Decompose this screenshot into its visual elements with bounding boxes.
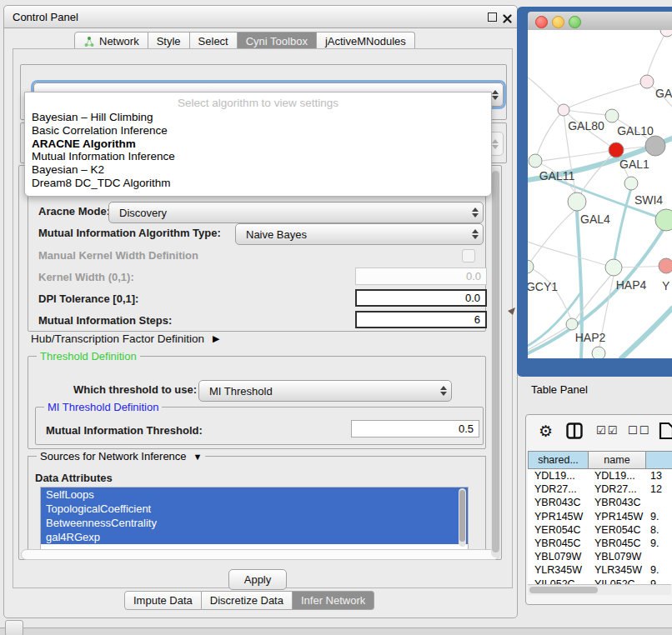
table-cell[interactable]: YBL079W bbox=[528, 551, 588, 562]
kernel-width-field[interactable]: 0.0 bbox=[355, 268, 487, 285]
network-node-gal11[interactable] bbox=[529, 154, 542, 168]
network-edge[interactable] bbox=[579, 150, 616, 196]
table-cell[interactable]: YIL052C bbox=[528, 578, 588, 584]
table-row[interactable]: YLR345WYLR345W9. bbox=[528, 563, 672, 577]
control-panel-titlebar[interactable]: Control Panel bbox=[4, 6, 517, 28]
network-edge[interactable] bbox=[528, 242, 605, 265]
network-edge[interactable] bbox=[647, 30, 667, 77]
manual-kernel-checkbox[interactable] bbox=[462, 249, 475, 262]
network-edge[interactable] bbox=[528, 78, 564, 111]
table-cell[interactable]: YPR145W bbox=[588, 511, 645, 522]
table-cell[interactable]: YBR043C bbox=[528, 497, 588, 508]
algorithm-option[interactable]: Bayesian – Hill Climbing bbox=[25, 111, 491, 124]
horizontal-scrollbar[interactable] bbox=[21, 549, 499, 560]
network-node-hap4[interactable] bbox=[605, 259, 622, 276]
aracne-mode-select[interactable]: Discovery bbox=[108, 202, 484, 223]
algorithm-option[interactable]: Bayesian – K2 bbox=[25, 163, 491, 177]
close-traffic-icon[interactable] bbox=[535, 16, 548, 28]
table-row[interactable]: YBR045CYBR045C9. bbox=[528, 537, 672, 550]
apply-button[interactable]: Apply bbox=[228, 569, 287, 590]
which-threshold-select[interactable]: MI Threshold bbox=[198, 380, 452, 402]
network-node-y[interactable] bbox=[659, 258, 672, 273]
table-cell[interactable]: YBR045C bbox=[588, 538, 645, 549]
network-node-gal80[interactable] bbox=[558, 104, 569, 116]
select-all-columns-icon[interactable]: ☑☑ bbox=[596, 424, 619, 437]
network-node-gal4[interactable] bbox=[568, 192, 586, 211]
dpi-tolerance-field[interactable]: 0.0 bbox=[355, 289, 487, 307]
columns-icon[interactable] bbox=[566, 422, 583, 439]
network-edge[interactable] bbox=[528, 210, 575, 267]
mi-steps-field[interactable]: 6 bbox=[355, 311, 487, 328]
mi-threshold-field[interactable]: 0.5 bbox=[351, 420, 479, 438]
table-cell[interactable]: 9. bbox=[645, 564, 672, 576]
table-cell[interactable]: 9. bbox=[645, 511, 672, 522]
table-row[interactable]: YER054CYER054C8. bbox=[528, 523, 672, 537]
minimize-traffic-icon[interactable] bbox=[552, 16, 564, 28]
network-node[interactable] bbox=[655, 209, 672, 231]
table-cell[interactable]: 9. bbox=[645, 578, 672, 584]
unselect-all-columns-icon[interactable]: ☐☐ bbox=[628, 424, 650, 437]
network-node-hap2[interactable] bbox=[566, 318, 578, 330]
close-icon[interactable] bbox=[503, 12, 512, 27]
table-row[interactable]: YIL052CYIL052C9. bbox=[528, 578, 672, 585]
table-cell[interactable]: YIL052C bbox=[588, 578, 645, 584]
network-edge[interactable] bbox=[535, 110, 564, 161]
network-edge[interactable] bbox=[621, 308, 672, 358]
table-horizontal-scrollbar[interactable] bbox=[528, 584, 671, 595]
network-node-gal10[interactable] bbox=[605, 109, 619, 122]
tab-discretize-data[interactable]: Discretize Data bbox=[202, 591, 293, 610]
table-row[interactable]: YDR27...YDR27...12 bbox=[528, 482, 672, 496]
document-icon[interactable] bbox=[659, 422, 672, 440]
table-cell[interactable]: YDL19... bbox=[528, 470, 588, 482]
table-cell[interactable]: 9. bbox=[645, 538, 672, 549]
restore-panel-button[interactable] bbox=[5, 620, 23, 635]
table-row[interactable]: YDL19...YDL19...13 bbox=[528, 469, 672, 482]
table-cell[interactable]: YBR045C bbox=[528, 538, 588, 549]
network-edge[interactable] bbox=[614, 188, 631, 260]
table-cell[interactable]: YBL079W bbox=[588, 551, 645, 562]
zoom-traffic-icon[interactable] bbox=[569, 16, 581, 28]
list-scrollbar[interactable] bbox=[459, 488, 466, 547]
table-row[interactable]: YPR145WYPR145W9. bbox=[528, 510, 672, 523]
algorithm-option[interactable]: Basic Correlation Inference bbox=[25, 124, 491, 138]
column-header-clipped[interactable] bbox=[646, 451, 672, 469]
table-cell[interactable]: YER054C bbox=[588, 524, 645, 536]
table-cell[interactable]: 13 bbox=[645, 470, 672, 482]
column-header-shared-name[interactable]: shared... bbox=[528, 451, 589, 469]
table-cell[interactable]: YPR145W bbox=[528, 511, 588, 522]
table-cell[interactable]: YDR27... bbox=[588, 483, 645, 495]
table-row[interactable]: YBR043CYBR043C bbox=[528, 496, 672, 509]
vertical-scrollbar[interactable] bbox=[491, 168, 500, 558]
table-cell[interactable]: YDR27... bbox=[528, 483, 588, 495]
algorithm-option[interactable]: Mutual Information Inference bbox=[25, 150, 491, 163]
table-cell[interactable]: YDL19... bbox=[588, 470, 645, 482]
network-node-swi4[interactable] bbox=[624, 177, 638, 190]
tab-impute-data[interactable]: Impute Data bbox=[124, 591, 202, 610]
table-cell[interactable]: 12 bbox=[645, 483, 672, 495]
data-attribute-item[interactable]: BetweennessCentrality bbox=[41, 516, 468, 530]
table-cell[interactable]: YLR345W bbox=[528, 564, 588, 576]
network-node[interactable] bbox=[660, 30, 672, 37]
table-body[interactable]: YDL19...YDL19...13YDR27...YDR27...12YBR0… bbox=[528, 469, 672, 584]
network-node[interactable] bbox=[592, 347, 605, 358]
data-attribute-item[interactable]: TopologicalCoefficient bbox=[41, 502, 468, 516]
network-edge[interactable] bbox=[542, 150, 616, 161]
network-canvas[interactable]: GALGAL80GAL10GAL1GAL11SWI4GAL4GCY1HAP4YH… bbox=[528, 30, 672, 358]
table-cell[interactable]: 8. bbox=[645, 524, 672, 536]
table-cell[interactable]: YLR345W bbox=[588, 564, 645, 576]
float-window-icon[interactable] bbox=[488, 12, 497, 22]
tab-infer-network[interactable]: Infer Network bbox=[293, 591, 374, 610]
data-attribute-item[interactable]: gal4RGexp bbox=[41, 530, 468, 544]
algorithm-option[interactable]: ARACNE Algorithm bbox=[25, 138, 491, 151]
network-edge[interactable] bbox=[564, 82, 647, 110]
mi-type-select[interactable]: Naive Bayes bbox=[235, 223, 484, 245]
column-header-name[interactable]: name bbox=[589, 451, 646, 469]
network-node-gal[interactable] bbox=[640, 75, 654, 88]
sources-expander[interactable]: Sources for Network Inference ▼ bbox=[37, 450, 205, 462]
network-node-gcy1[interactable] bbox=[528, 260, 534, 273]
table-cell[interactable]: YER054C bbox=[528, 524, 588, 536]
network-node[interactable] bbox=[645, 136, 665, 156]
network-node-gal1[interactable] bbox=[609, 142, 624, 158]
algorithm-option[interactable]: Dream8 DC_TDC Algorithm bbox=[25, 177, 491, 190]
data-attributes-list[interactable]: SelfLoopsTopologicalCoefficientBetweenne… bbox=[40, 487, 469, 550]
